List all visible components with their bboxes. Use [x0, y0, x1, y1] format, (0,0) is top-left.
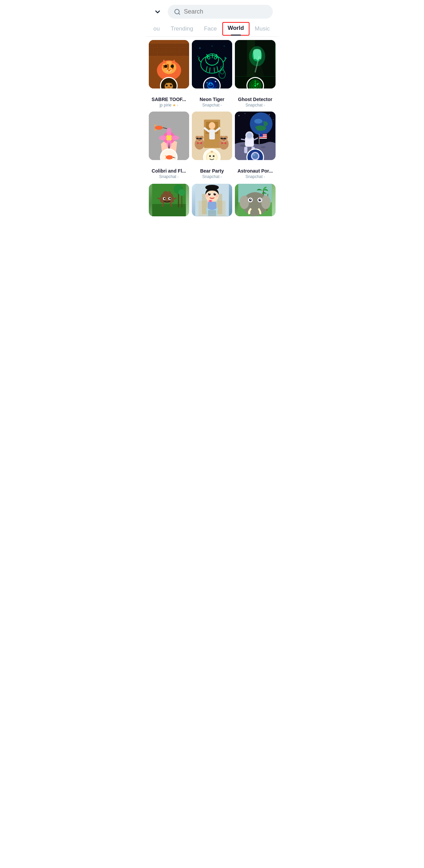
svg-point-66	[171, 136, 179, 140]
svg-point-119	[254, 119, 262, 124]
card-info-neon: Neon Tiger Snapchat ›	[192, 97, 232, 109]
card-author-colibri: Snapchat ›	[149, 174, 189, 179]
svg-rect-16	[175, 52, 183, 56]
svg-point-65	[159, 136, 167, 140]
card-author-bear: Snapchat ›	[192, 174, 232, 179]
card-info-colibri: Colibri and Fl... Snapchat ›	[149, 168, 189, 180]
svg-point-179	[209, 200, 211, 202]
svg-point-137	[239, 115, 239, 116]
svg-point-78	[209, 122, 215, 129]
svg-point-138	[245, 113, 245, 114]
card-info-bear: Bear Party Snapchat ›	[192, 168, 232, 180]
svg-point-187	[261, 196, 271, 209]
svg-point-174	[209, 193, 210, 194]
svg-point-175	[215, 193, 216, 194]
card-ghost-detector[interactable]: Ghost Detector Snapchat ›	[235, 40, 275, 109]
svg-point-45	[215, 81, 216, 82]
svg-point-140	[273, 119, 274, 120]
search-input[interactable]	[184, 8, 267, 15]
svg-rect-136	[260, 134, 263, 137]
arrow-icon: ›	[177, 175, 179, 179]
svg-rect-13	[149, 52, 157, 56]
card-sabre-toof[interactable]: SABRE TOOF... jp pirie ★ ›	[149, 40, 189, 109]
card-title-sabre: SABRE TOOF...	[149, 97, 189, 102]
card-info-sabre: SABRE TOOF... jp pirie ★ ›	[149, 97, 189, 109]
svg-point-98	[223, 139, 225, 141]
header	[146, 0, 278, 22]
svg-rect-17	[184, 52, 189, 56]
svg-rect-9	[154, 48, 162, 52]
svg-point-115	[211, 152, 211, 152]
svg-point-33	[199, 47, 201, 49]
svg-point-105	[213, 155, 215, 157]
svg-rect-14	[158, 52, 166, 56]
card-author-ghost: Snapchat ›	[235, 103, 275, 107]
svg-rect-6	[175, 44, 183, 47]
card-cartoon-girl[interactable]	[192, 184, 232, 216]
svg-rect-8	[149, 48, 153, 52]
svg-point-186	[240, 196, 249, 209]
svg-point-167	[205, 185, 219, 190]
svg-point-124	[247, 133, 253, 138]
svg-point-34	[224, 46, 224, 46]
svg-rect-90	[199, 138, 201, 139]
svg-point-139	[269, 115, 269, 115]
svg-line-1	[178, 13, 180, 14]
card-title-colibri: Colibri and Fl...	[149, 168, 189, 174]
svg-point-25	[170, 85, 172, 86]
svg-rect-135	[260, 138, 267, 139]
svg-point-114	[211, 151, 213, 153]
svg-point-20	[164, 65, 167, 68]
card-info-ghost: Ghost Detector Snapchat ›	[235, 97, 275, 109]
svg-point-70	[173, 157, 174, 158]
card-neon-tiger[interactable]: Neon Tiger Snapchat ›	[192, 40, 232, 109]
svg-point-143	[252, 153, 258, 159]
svg-point-67	[155, 126, 163, 130]
svg-point-24	[166, 85, 167, 86]
svg-rect-4	[158, 44, 166, 47]
arrow-icon: ›	[264, 175, 265, 179]
search-bar[interactable]	[168, 5, 273, 19]
tab-face[interactable]: Face	[199, 22, 222, 36]
card-elephant[interactable]	[235, 184, 275, 216]
svg-point-36	[225, 58, 227, 59]
tab-trending[interactable]: Trending	[165, 22, 198, 36]
card-bear-party[interactable]: Bear Party Snapchat ›	[192, 112, 232, 180]
svg-rect-12	[180, 48, 189, 52]
tab-for-you[interactable]: ou	[148, 22, 165, 36]
svg-rect-134	[260, 137, 267, 138]
tab-music[interactable]: Music	[249, 22, 275, 36]
svg-rect-125	[244, 147, 248, 153]
svg-point-121	[261, 146, 266, 148]
card-title-ghost: Ghost Detector	[235, 97, 275, 102]
card-colibri[interactable]: Colibri and Fl... Snapchat ›	[149, 112, 189, 180]
svg-point-192	[250, 199, 251, 200]
back-button[interactable]	[152, 6, 164, 18]
card-author-neon: Snapchat ›	[192, 103, 232, 107]
card-astronaut[interactable]: Astronaut Por... Snapchat ›	[235, 112, 275, 180]
arrow-icon: ›	[264, 103, 265, 107]
svg-point-57	[257, 83, 258, 85]
card-author-sabre: jp pirie ★ ›	[149, 103, 189, 107]
card-poop[interactable]	[149, 184, 189, 216]
arrow-icon: ›	[221, 175, 222, 179]
svg-point-69	[166, 155, 173, 159]
svg-rect-7	[184, 44, 189, 47]
card-title-neon: Neon Tiger	[192, 97, 232, 102]
svg-rect-79	[209, 130, 215, 140]
card-title-astronaut: Astronaut Por...	[235, 168, 275, 174]
svg-rect-5	[166, 44, 175, 47]
svg-rect-99	[221, 138, 223, 139]
card-author-astronaut: Snapchat ›	[235, 174, 275, 179]
svg-point-176	[206, 195, 209, 197]
svg-point-161	[178, 189, 185, 196]
svg-point-46	[207, 82, 208, 83]
svg-point-144	[253, 154, 255, 156]
tab-world[interactable]: World	[222, 22, 249, 36]
search-icon	[174, 8, 181, 15]
svg-point-193	[260, 199, 261, 200]
svg-point-21	[170, 65, 174, 68]
svg-point-116	[213, 152, 213, 152]
svg-point-118	[250, 113, 272, 135]
svg-point-152	[164, 198, 165, 200]
